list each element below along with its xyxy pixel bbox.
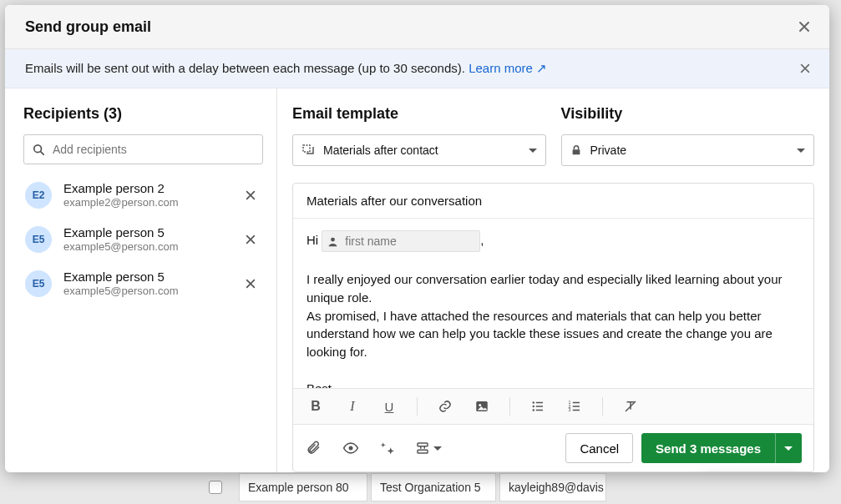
svg-rect-2	[572, 149, 580, 154]
lock-icon	[570, 144, 582, 156]
person-icon	[327, 236, 338, 247]
send-group-email-modal: Send group email Emails will be sent out…	[5, 5, 829, 472]
clear-format-button[interactable]	[621, 397, 640, 416]
attach-button[interactable]	[305, 439, 323, 457]
merge-fields-button[interactable]	[415, 439, 442, 457]
recipient-email: example5@person.com	[63, 285, 230, 297]
avatar: E5	[25, 270, 52, 297]
send-button[interactable]: Send 3 messages	[641, 433, 775, 463]
format-toolbar: B I U	[293, 388, 813, 424]
email-body[interactable]: Hi first name , I really enjoyed our con…	[293, 219, 813, 388]
template-icon	[301, 144, 315, 157]
italic-button[interactable]: I	[343, 397, 362, 416]
recipient-name: Example person 5	[63, 225, 230, 239]
send-menu-button[interactable]	[775, 433, 802, 463]
svg-point-14	[349, 446, 353, 451]
underline-button[interactable]: U	[380, 397, 398, 416]
editor-footer: Cancel Send 3 messages	[293, 424, 813, 471]
link-button[interactable]	[436, 397, 454, 416]
body-paragraph: I really enjoyed our conversation earlie…	[307, 270, 800, 307]
remove-recipient-icon[interactable]	[241, 230, 260, 249]
template-heading: Email template	[292, 105, 546, 123]
info-banner: Emails will be sent out with a delay bet…	[5, 49, 829, 88]
image-button[interactable]	[473, 397, 491, 416]
svg-rect-1	[303, 145, 310, 152]
svg-point-10	[533, 409, 534, 411]
recipient-row: E5 Example person 5 example5@person.com	[23, 217, 263, 261]
bullet-list-button[interactable]	[529, 397, 547, 416]
recipient-name: Example person 2	[63, 181, 230, 195]
search-icon	[33, 144, 44, 155]
chevron-down-icon	[529, 149, 537, 153]
bg-email-cell[interactable]: kayleigh89@davis	[499, 473, 606, 501]
visibility-select[interactable]: Private	[561, 134, 815, 166]
template-selected: Materials after contact	[323, 144, 438, 157]
recipient-email: example5@person.com	[63, 240, 230, 253]
bg-name-cell[interactable]: Example person 80	[239, 473, 367, 501]
add-recipients-field[interactable]	[23, 134, 263, 164]
toolbar-separator	[417, 397, 418, 416]
svg-text:3: 3	[569, 407, 571, 412]
preview-button[interactable]	[342, 439, 360, 457]
toolbar-separator	[509, 397, 510, 416]
recipient-name: Example person 5	[63, 270, 230, 284]
numbered-list-button[interactable]: 123	[565, 397, 584, 416]
svg-point-3	[331, 237, 335, 241]
remove-recipient-icon[interactable]	[241, 186, 260, 204]
template-select[interactable]: Materials after contact	[292, 134, 546, 166]
greeting-prefix: Hi	[307, 233, 322, 247]
close-icon[interactable]	[794, 17, 814, 37]
svg-rect-15	[418, 443, 428, 446]
svg-point-8	[533, 401, 534, 403]
recipient-row: E2 Example person 2 example2@person.com	[23, 173, 263, 217]
visibility-selected: Private	[590, 144, 627, 157]
compose-panel: Email template Materials after contact	[277, 88, 829, 472]
svg-point-9	[533, 406, 534, 407]
recipients-heading: Recipients (3)	[23, 105, 263, 123]
row-checkbox[interactable]	[209, 481, 222, 494]
background-table-row: Example person 80 Test Organization 5 ka…	[0, 471, 841, 504]
avatar: E5	[25, 226, 52, 253]
chevron-down-icon	[797, 149, 805, 153]
visibility-heading: Visibility	[561, 105, 815, 123]
greeting-suffix: ,	[480, 233, 484, 247]
info-text: Emails will be sent out with a delay bet…	[25, 61, 469, 75]
modal-titlebar: Send group email	[5, 5, 829, 49]
chip-label: first name	[345, 233, 396, 249]
dismiss-banner-icon[interactable]	[796, 59, 814, 78]
recipient-row: E5 Example person 5 example5@person.com	[23, 261, 263, 305]
ai-button[interactable]	[378, 439, 397, 457]
avatar: E2	[25, 182, 52, 209]
learn-more-link[interactable]: Learn more ↗	[469, 61, 547, 75]
external-link-icon: ↗	[536, 61, 547, 75]
bold-button[interactable]: B	[307, 397, 325, 416]
chevron-down-icon	[433, 446, 442, 451]
svg-point-7	[479, 404, 481, 406]
recipient-email: example2@person.com	[63, 196, 230, 209]
subject-field[interactable]: Materials after our conversation	[293, 184, 813, 219]
cancel-button[interactable]: Cancel	[565, 433, 633, 463]
learn-more-label: Learn more	[469, 61, 533, 75]
add-recipients-input[interactable]	[51, 142, 254, 157]
svg-rect-16	[418, 450, 428, 453]
signoff: Best,	[307, 380, 800, 388]
firstname-merge-chip[interactable]: first name	[322, 230, 480, 252]
email-editor: Materials after our conversation Hi firs…	[292, 183, 814, 472]
bg-org-cell[interactable]: Test Organization 5	[371, 473, 496, 501]
modal-title: Send group email	[25, 18, 151, 36]
remove-recipient-icon[interactable]	[241, 275, 260, 293]
recipients-panel: Recipients (3) E2 Example person 2 examp…	[5, 88, 277, 472]
body-paragraph: As promised, I have attached the resourc…	[307, 307, 800, 361]
toolbar-separator	[602, 397, 603, 416]
